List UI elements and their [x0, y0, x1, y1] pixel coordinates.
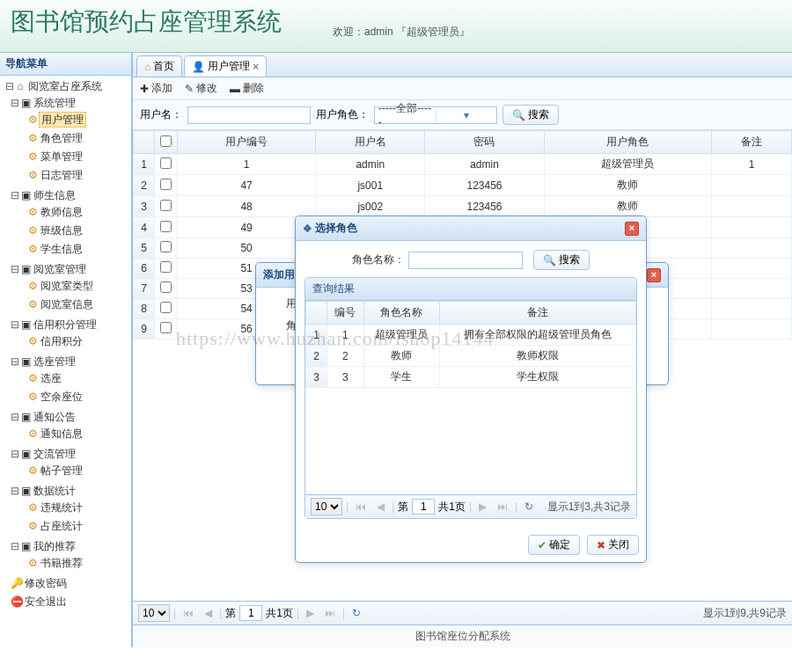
tree-item[interactable]: 书籍推荐: [39, 556, 84, 570]
select-all-checkbox[interactable]: [160, 135, 172, 147]
expand-icon[interactable]: ⊟: [11, 540, 19, 552]
table-row[interactable]: 22教师教师权限: [306, 346, 636, 367]
expand-icon[interactable]: ⊟: [11, 97, 19, 109]
expand-icon[interactable]: ⊟: [11, 485, 19, 497]
user-input[interactable]: [187, 106, 311, 124]
expand-icon[interactable]: ⊟: [11, 411, 19, 423]
role-pager-next-icon[interactable]: ▶: [475, 500, 490, 513]
app-header: 图书馆预约占座管理系统 欢迎：admin 『超级管理员』: [0, 0, 792, 53]
tree-item[interactable]: 角色管理: [39, 131, 84, 145]
tree-item[interactable]: 空余座位: [39, 390, 84, 404]
tab-close-icon[interactable]: ×: [253, 61, 259, 73]
row-checkbox[interactable]: [160, 221, 172, 232]
pager-last-icon[interactable]: ⏭: [321, 607, 339, 619]
role-search-input[interactable]: [408, 252, 523, 269]
pager-first-icon[interactable]: ⏮: [180, 607, 197, 619]
page-size-select[interactable]: 10: [138, 604, 170, 622]
role-pager-total: 共1页: [438, 500, 466, 515]
role-pager-refresh-icon[interactable]: ↻: [521, 500, 537, 513]
col-header[interactable]: 角色名称: [363, 302, 440, 325]
expand-icon[interactable]: ⊟: [5, 80, 14, 92]
pager-prev-icon[interactable]: ◀: [201, 607, 216, 619]
table-row[interactable]: 348js002123456教师: [134, 196, 792, 217]
row-checkbox[interactable]: [160, 200, 172, 211]
expand-icon[interactable]: ⊟: [11, 263, 19, 275]
row-checkbox[interactable]: [160, 261, 172, 273]
row-checkbox[interactable]: [160, 281, 172, 293]
tree-root[interactable]: 阅览室占座系统: [26, 79, 104, 93]
tree-group[interactable]: 信用积分管理: [32, 318, 99, 332]
col-header[interactable]: 备注: [711, 131, 791, 154]
row-checkbox[interactable]: [160, 322, 172, 333]
role-pager-last-icon[interactable]: ⏭: [494, 500, 511, 513]
pager-refresh-icon[interactable]: ↻: [348, 607, 364, 619]
row-checkbox[interactable]: [160, 302, 172, 313]
tree-item[interactable]: 阅览室类型: [39, 279, 95, 293]
table-row[interactable]: 11adminadmin超级管理员1: [134, 154, 792, 175]
role-page-input[interactable]: [412, 499, 435, 515]
col-header[interactable]: 用户名: [316, 131, 425, 154]
edit-button[interactable]: ✎修改: [185, 81, 217, 96]
table-row[interactable]: 33学生学生权限: [306, 367, 636, 388]
page-input[interactable]: [239, 605, 262, 621]
tree-item[interactable]: 用户管理: [39, 112, 86, 128]
tree-group[interactable]: 阅览室管理: [32, 262, 88, 276]
role-pager-prev-icon[interactable]: ◀: [373, 500, 388, 513]
expand-icon[interactable]: ⊟: [11, 355, 19, 368]
tree-group[interactable]: 系统管理: [32, 96, 77, 110]
expand-icon[interactable]: ⊟: [11, 448, 19, 460]
folder-icon: ▣: [19, 189, 32, 201]
row-checkbox[interactable]: [160, 157, 172, 169]
tree-group[interactable]: 选座管理: [32, 354, 77, 369]
tree-item[interactable]: 菜单管理: [39, 150, 84, 164]
dialog-add-close-icon[interactable]: ×: [647, 268, 661, 282]
tree-item[interactable]: 修改密码: [23, 576, 69, 590]
tree-group[interactable]: 交流管理: [32, 447, 77, 461]
tree-group[interactable]: 数据统计: [32, 484, 77, 498]
col-header[interactable]: 备注: [440, 302, 636, 325]
tree-item[interactable]: 日志管理: [39, 168, 84, 182]
col-header[interactable]: 用户角色: [544, 131, 711, 154]
gear-icon: ⚙: [26, 557, 39, 569]
tree-item[interactable]: 信用积分: [39, 334, 84, 348]
tree-item[interactable]: 班级信息: [39, 223, 84, 237]
dialog-role-title-bar[interactable]: ❖ 选择角色 ×: [296, 216, 646, 241]
tree-item[interactable]: 学生信息: [39, 242, 84, 256]
col-header[interactable]: 密码: [425, 131, 544, 154]
role-pager-first-icon[interactable]: ⏮: [352, 500, 370, 513]
row-number: 8: [134, 299, 155, 319]
tree-group[interactable]: 我的推荐: [32, 539, 77, 553]
search-button[interactable]: 🔍搜索: [502, 105, 559, 125]
tab-home[interactable]: ⌂ 首页: [136, 55, 182, 77]
tree-group[interactable]: 通知公告: [32, 410, 77, 424]
expand-icon[interactable]: ⊟: [11, 189, 19, 201]
chevron-down-icon[interactable]: ▾: [436, 109, 497, 121]
expand-icon[interactable]: ⊟: [11, 318, 19, 331]
pager-next-icon[interactable]: ▶: [303, 607, 318, 619]
col-header[interactable]: 编号: [327, 302, 364, 325]
delete-button[interactable]: ▬删除: [230, 81, 264, 96]
row-checkbox[interactable]: [160, 241, 172, 252]
tree-item[interactable]: 帖子管理: [39, 464, 84, 478]
tree-item[interactable]: 安全退出: [23, 595, 69, 609]
tree-item[interactable]: 占座统计: [39, 519, 84, 533]
tree-item[interactable]: 教师信息: [39, 205, 84, 219]
tree-item[interactable]: 阅览室信息: [39, 297, 95, 311]
role-page-size-select[interactable]: 10: [311, 498, 342, 515]
add-button[interactable]: ✚添加: [140, 81, 172, 96]
tree-item[interactable]: 选座: [39, 371, 63, 385]
tree-group[interactable]: 师生信息: [32, 188, 77, 202]
tab-user-mgmt[interactable]: 👤 用户管理 ×: [184, 55, 267, 77]
row-checkbox[interactable]: [160, 179, 172, 190]
search-icon: 🔍: [543, 254, 556, 267]
role-combo[interactable]: -----全部----- ▾: [374, 106, 497, 124]
table-row[interactable]: 11超级管理员拥有全部权限的超级管理员角色: [306, 325, 636, 346]
col-header[interactable]: 用户编号: [178, 131, 316, 154]
ok-button[interactable]: ✔确定: [528, 535, 580, 555]
cancel-button[interactable]: ✖关闭: [587, 535, 639, 555]
tree-item[interactable]: 通知信息: [39, 427, 84, 441]
role-search-button[interactable]: 🔍搜索: [533, 250, 590, 270]
table-row[interactable]: 247js001123456教师: [134, 175, 792, 196]
tree-item[interactable]: 违规统计: [39, 500, 84, 515]
dialog-role-close-icon[interactable]: ×: [625, 222, 639, 236]
